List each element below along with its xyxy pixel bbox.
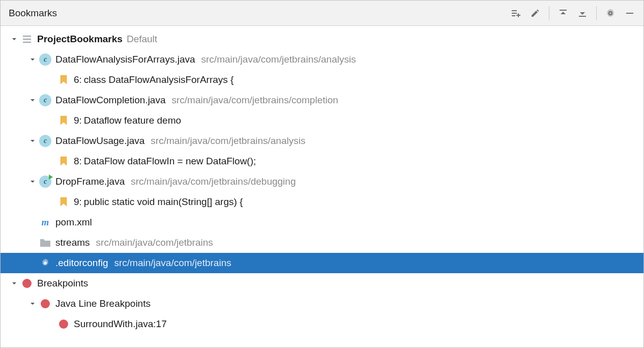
file-name: DataFlowAnalysisForArrays.java <box>55 54 195 65</box>
node-suffix: Default <box>127 34 157 45</box>
toolbar-separator <box>596 6 597 20</box>
tree-node-bookmark[interactable]: 6: class DataFlowAnalysisForArrays { <box>1 70 643 90</box>
tree-node-file[interactable]: m pom.xml <box>1 212 643 233</box>
breakpoint-icon <box>21 277 33 289</box>
svg-rect-0 <box>512 10 517 11</box>
panel-titlebar: Bookmarks <box>1 1 643 26</box>
folder-icon <box>39 237 51 249</box>
file-name: DataFlowCompletion.java <box>55 95 166 106</box>
settings-button[interactable] <box>602 5 619 22</box>
edit-button[interactable] <box>526 5 544 22</box>
expand-all-button[interactable] <box>554 5 572 22</box>
java-runnable-class-icon: c <box>39 176 51 188</box>
tree-node-file[interactable]: c DataFlowAnalysisForArrays.java src/mai… <box>1 49 643 70</box>
svg-rect-6 <box>579 16 586 17</box>
tree-node-bookmark[interactable]: 8: DataFlow dataFlowIn = new DataFlow(); <box>1 151 643 171</box>
tree-node-file[interactable]: c DataFlowUsage.java src/main/java/com/j… <box>1 131 643 151</box>
bookmark-line: 9: <box>74 196 82 208</box>
config-icon <box>39 257 51 269</box>
minimize-button[interactable] <box>621 5 638 22</box>
file-name: .editorconfig <box>55 257 108 269</box>
bookmark-text: public static void main(String[] args) { <box>84 196 243 208</box>
file-path: src/main/java/com/jetbrains <box>114 257 231 269</box>
breakpoint-icon <box>57 318 70 330</box>
bookmark-text: Dataflow feature demo <box>84 115 181 126</box>
bookmark-text: class DataFlowAnalysisForArrays { <box>84 74 234 85</box>
chevron-down-icon <box>10 279 19 288</box>
bookmark-icon <box>57 196 70 208</box>
add-bookmark-list-button[interactable] <box>507 5 524 22</box>
toolbar-separator <box>549 6 549 20</box>
tree-node-breakpoint-group[interactable]: Java Line Breakpoints <box>1 294 643 314</box>
node-label: Breakpoints <box>37 278 88 289</box>
file-name: DataFlowUsage.java <box>55 135 144 147</box>
svg-rect-5 <box>560 10 567 11</box>
file-path: src/main/java/com/jetbrains/completion <box>172 95 338 106</box>
java-class-icon: c <box>39 94 51 106</box>
folder-name: streams <box>55 237 90 248</box>
bookmark-text: DataFlow dataFlowIn = new DataFlow(); <box>84 156 256 167</box>
file-path: src/main/java/com/jetbrains/debugging <box>131 176 296 187</box>
tree-node-bookmark[interactable]: 9: public static void main(String[] args… <box>1 192 643 212</box>
bookmark-icon <box>57 114 70 127</box>
folder-path: src/main/java/com/jetbrains <box>96 237 213 248</box>
bookmark-icon <box>57 74 70 86</box>
node-label: Java Line Breakpoints <box>55 298 151 309</box>
java-class-icon: c <box>39 53 51 66</box>
chevron-down-icon <box>28 55 37 64</box>
svg-rect-7 <box>626 13 633 14</box>
svg-rect-1 <box>512 13 517 14</box>
svg-rect-4 <box>516 15 520 16</box>
chevron-down-icon <box>10 35 19 44</box>
chevron-down-icon <box>28 177 37 186</box>
file-name: DropFrame.java <box>55 176 125 187</box>
chevron-down-icon <box>28 299 37 308</box>
chevron-down-icon <box>28 96 37 105</box>
tree-node-breakpoint-item[interactable]: SurroundWith.java:17 <box>1 314 643 334</box>
node-label: ProjectBookmarks <box>37 34 123 45</box>
list-icon <box>21 33 33 45</box>
file-name: pom.xml <box>55 217 92 228</box>
bookmark-icon <box>57 155 70 167</box>
panel-title: Bookmarks <box>9 8 57 19</box>
tree-node-folder[interactable]: streams src/main/java/com/jetbrains <box>1 233 643 253</box>
chevron-down-icon <box>28 136 37 146</box>
tree-node-file[interactable]: c DataFlowCompletion.java src/main/java/… <box>1 90 643 110</box>
collapse-all-button[interactable] <box>574 5 591 22</box>
file-path: src/main/java/com/jetbrains/analysis <box>201 54 356 65</box>
bookmark-line: 9: <box>74 115 82 126</box>
tree-node-breakpoints[interactable]: Breakpoints <box>1 273 643 294</box>
maven-icon: m <box>39 216 51 228</box>
tree-node-file[interactable]: c DropFrame.java src/main/java/com/jetbr… <box>1 171 643 192</box>
breakpoint-icon <box>39 298 51 310</box>
java-class-icon: c <box>39 135 51 147</box>
bookmark-line: 6: <box>74 74 82 85</box>
tree-node-project-bookmarks[interactable]: ProjectBookmarks Default <box>1 29 643 49</box>
panel-toolbar <box>507 5 638 22</box>
breakpoint-label: SurroundWith.java:17 <box>74 318 167 330</box>
bookmark-tree: ProjectBookmarks Default c DataFlowAnaly… <box>1 26 643 337</box>
svg-rect-2 <box>512 15 515 16</box>
tree-node-bookmark[interactable]: 9: Dataflow feature demo <box>1 110 643 131</box>
tree-node-file-selected[interactable]: .editorconfig src/main/java/com/jetbrain… <box>1 253 643 273</box>
file-path: src/main/java/com/jetbrains/analysis <box>151 135 305 147</box>
bookmark-line: 8: <box>74 156 82 167</box>
